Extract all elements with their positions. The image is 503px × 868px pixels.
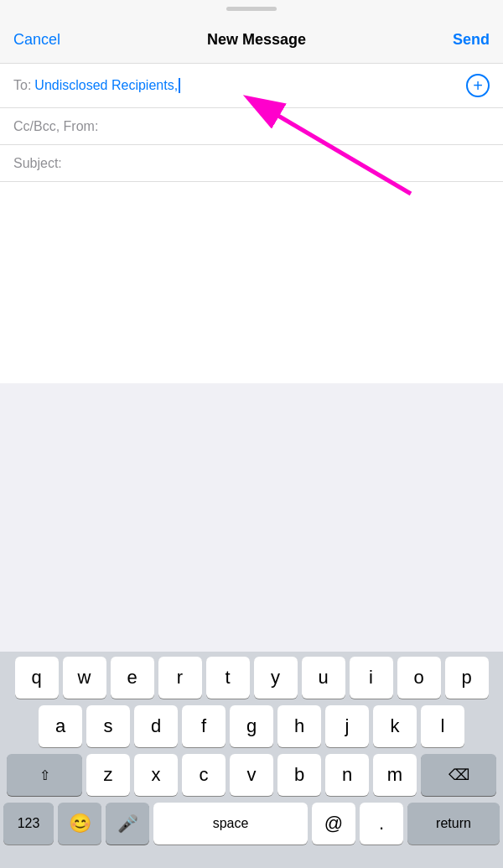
- nav-bar: Cancel New Message Send: [0, 17, 503, 64]
- keyboard-bottom-bar: [0, 851, 503, 868]
- key-p[interactable]: p: [445, 657, 489, 699]
- key-space[interactable]: space: [153, 803, 308, 845]
- key-s[interactable]: s: [86, 705, 130, 747]
- to-label: To:: [13, 78, 31, 93]
- status-bar: [0, 0, 503, 17]
- mic-icon: 🎤: [117, 813, 138, 834]
- key-x[interactable]: x: [134, 754, 178, 796]
- key-u[interactable]: u: [302, 657, 345, 699]
- key-dot[interactable]: .: [360, 803, 403, 845]
- key-numbers[interactable]: 123: [3, 803, 54, 845]
- key-g[interactable]: g: [230, 705, 273, 747]
- key-v[interactable]: v: [230, 754, 273, 796]
- key-mic[interactable]: 🎤: [106, 803, 149, 845]
- to-value: Undisclosed Recipients,: [34, 78, 459, 94]
- key-z[interactable]: z: [86, 754, 130, 796]
- key-w[interactable]: w: [63, 657, 106, 699]
- subject-row[interactable]: Subject:: [0, 145, 503, 182]
- key-l[interactable]: l: [421, 705, 464, 747]
- key-n[interactable]: n: [325, 754, 369, 796]
- key-q[interactable]: q: [15, 657, 59, 699]
- compose-area: To: Undisclosed Recipients, + Cc/Bcc, Fr…: [0, 64, 503, 182]
- key-h[interactable]: h: [277, 705, 321, 747]
- cc-bcc-label: Cc/Bcc, From:: [13, 119, 98, 134]
- key-j[interactable]: j: [325, 705, 369, 747]
- key-shift[interactable]: ⇧: [7, 754, 82, 796]
- cursor: [179, 78, 180, 93]
- key-c[interactable]: c: [182, 754, 226, 796]
- key-y[interactable]: y: [254, 657, 298, 699]
- key-f[interactable]: f: [182, 705, 226, 747]
- page-title: New Message: [207, 31, 306, 49]
- key-k[interactable]: k: [373, 705, 417, 747]
- key-e[interactable]: e: [111, 657, 154, 699]
- add-recipient-button[interactable]: +: [466, 74, 490, 97]
- send-button[interactable]: Send: [453, 31, 490, 49]
- key-o[interactable]: o: [397, 657, 441, 699]
- keyboard-row-3: ⇧ z x c v b n m ⌫: [0, 749, 503, 798]
- cancel-button[interactable]: Cancel: [13, 31, 60, 49]
- key-i[interactable]: i: [350, 657, 393, 699]
- backspace-icon: ⌫: [449, 766, 469, 784]
- key-t[interactable]: t: [206, 657, 250, 699]
- key-m[interactable]: m: [373, 754, 417, 796]
- notch: [226, 7, 277, 11]
- message-body[interactable]: [0, 182, 503, 383]
- key-return[interactable]: return: [407, 803, 500, 845]
- keyboard-row-2: a s d f g h j k l: [0, 700, 503, 749]
- keyboard: q w e r t y u i o p a s d f g h j k l ⇧ …: [0, 652, 503, 868]
- key-backspace[interactable]: ⌫: [421, 754, 496, 796]
- keyboard-row-1: q w e r t y u i o p: [0, 652, 503, 700]
- key-a[interactable]: a: [39, 705, 82, 747]
- key-b[interactable]: b: [277, 754, 321, 796]
- key-at[interactable]: @: [312, 803, 355, 845]
- to-row[interactable]: To: Undisclosed Recipients, +: [0, 64, 503, 108]
- keyboard-row-4: 123 😊 🎤 space @ . return: [0, 798, 503, 851]
- subject-label: Subject:: [13, 156, 62, 171]
- key-emoji[interactable]: 😊: [58, 803, 101, 845]
- key-d[interactable]: d: [134, 705, 178, 747]
- cc-bcc-row[interactable]: Cc/Bcc, From:: [0, 108, 503, 145]
- key-r[interactable]: r: [158, 657, 202, 699]
